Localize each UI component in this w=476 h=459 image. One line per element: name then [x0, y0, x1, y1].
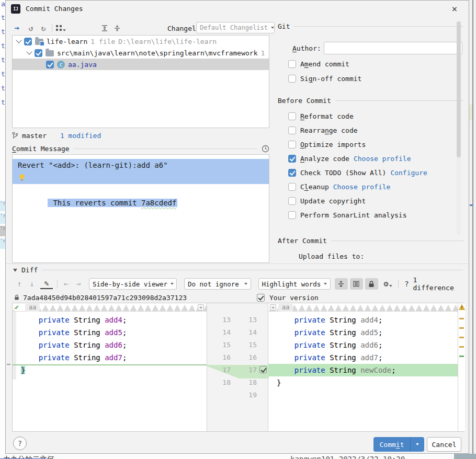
- synchronize-scrolling-icon[interactable]: [350, 278, 363, 290]
- left-editor[interactable]: private String add4; private String add5…: [13, 303, 207, 431]
- close-icon[interactable]: ×: [449, 3, 460, 14]
- before-commit-option[interactable]: Optimize imports: [288, 141, 427, 148]
- diff-settings-gear-icon[interactable]: ⚙: [380, 278, 396, 290]
- before-commit-option[interactable]: Analyze code Choose profile: [288, 155, 427, 163]
- insertion-marker-line: [13, 364, 207, 365]
- author-input[interactable]: [324, 42, 462, 54]
- option-checkbox[interactable]: [288, 211, 296, 219]
- show-diff-icon[interactable]: [12, 22, 25, 34]
- warning-mark[interactable]: [459, 337, 464, 338]
- diff-help-icon[interactable]: ?: [401, 278, 413, 290]
- options-scrollbar[interactable]: [457, 21, 461, 235]
- diff-editors: ✓✓ aa + + aa private String add4; privat…: [12, 303, 464, 432]
- option-checkbox[interactable]: [288, 112, 296, 120]
- modified-link[interactable]: 1 modified: [60, 132, 101, 140]
- error-stripe[interactable]: [458, 303, 465, 431]
- expand-all-icon[interactable]: [98, 22, 111, 34]
- commit-options-arrow[interactable]: [410, 437, 424, 452]
- module-name: life-learn: [47, 38, 87, 45]
- added-mark[interactable]: [459, 355, 464, 357]
- code-line[interactable]: private String newCode;: [268, 364, 458, 376]
- code-line[interactable]: private String add6;: [13, 339, 207, 351]
- option-checkbox[interactable]: [288, 183, 296, 191]
- code-line[interactable]: private String add5;: [268, 326, 458, 339]
- chevron-down-icon[interactable]: [16, 37, 21, 43]
- code-line[interactable]: private String add4;: [13, 314, 207, 326]
- amend-checkbox[interactable]: [288, 60, 296, 68]
- before-commit-option[interactable]: Check TODO (Show All) Configure: [288, 169, 427, 177]
- signoff-commit-option[interactable]: Sign-off commit: [288, 75, 361, 83]
- option-link[interactable]: Choose profile: [354, 155, 411, 163]
- gutter-row: 1515: [207, 339, 268, 351]
- warning-mark[interactable]: [459, 346, 464, 348]
- group-by-icon[interactable]: [54, 22, 67, 34]
- option-checkbox[interactable]: [288, 155, 296, 163]
- before-commit-option[interactable]: Rearrange code: [288, 127, 427, 134]
- tree-row-module[interactable]: life-learn 1 file D:\learn\life\life-lea…: [13, 36, 269, 47]
- code-line[interactable]: private String add7;: [13, 351, 207, 364]
- commit-changes-dialog: IJ Commit Changes × ↺ ↻ Changelist: Defa: [5, 0, 469, 454]
- before-commit-option[interactable]: Update copyright: [288, 197, 427, 205]
- viewer-mode-combo[interactable]: Side-by-side viewer: [89, 278, 177, 290]
- package-checkbox[interactable]: [35, 49, 42, 57]
- signoff-checkbox[interactable]: [288, 75, 296, 83]
- right-editor[interactable]: private String add4; private String add5…: [268, 303, 458, 431]
- rollback-icon[interactable]: ↺: [25, 22, 37, 34]
- history-clock-icon[interactable]: [262, 145, 269, 153]
- option-link[interactable]: Configure: [390, 169, 427, 177]
- before-commit-option[interactable]: Reformat code: [288, 112, 427, 120]
- readonly-lock-icon: [14, 294, 19, 301]
- ignore-policy-combo[interactable]: Do not ignore: [184, 278, 251, 290]
- option-checkbox[interactable]: [288, 169, 296, 177]
- before-commit-option[interactable]: Cleanup Choose profile: [288, 183, 427, 191]
- option-checkbox[interactable]: [288, 141, 296, 148]
- collapse-unchanged-icon[interactable]: [335, 278, 348, 290]
- cancel-button[interactable]: Cancel: [427, 437, 461, 452]
- code-line[interactable]: private String add5;: [13, 326, 207, 339]
- option-link[interactable]: Choose profile: [333, 183, 391, 191]
- next-change-icon[interactable]: →: [72, 278, 85, 290]
- branch-name: master: [22, 132, 47, 140]
- previous-change-icon[interactable]: ←: [60, 278, 72, 290]
- your-version-checkbox[interactable]: [257, 294, 265, 302]
- diff-section-header[interactable]: Diff: [13, 266, 463, 274]
- collapse-all-icon[interactable]: [111, 22, 123, 34]
- commit-split-button[interactable]: Commit: [373, 437, 424, 452]
- before-commit-option[interactable]: Perform SonarLint analysis: [288, 211, 427, 219]
- code-line[interactable]: private String add7;: [268, 351, 458, 364]
- warning-mark[interactable]: [459, 327, 464, 329]
- code-line[interactable]: }: [13, 364, 207, 376]
- diff-label: Diff: [21, 266, 38, 274]
- commit-button[interactable]: Commit: [373, 437, 410, 452]
- chevron-down-icon[interactable]: [26, 49, 32, 54]
- help-button[interactable]: ?: [13, 437, 27, 450]
- refresh-icon[interactable]: ↻: [37, 22, 50, 34]
- tree-row-file[interactable]: c aa.java: [13, 59, 269, 70]
- edit-source-icon[interactable]: ✎: [40, 279, 53, 289]
- option-checkbox[interactable]: [288, 127, 296, 134]
- gutter-row: 1616: [207, 351, 268, 364]
- code-line[interactable]: }: [268, 376, 458, 389]
- commit-message-editor[interactable]: Revert "<add>: (learn-git):add a6" This …: [12, 154, 269, 263]
- option-checkbox[interactable]: [288, 197, 296, 205]
- apply-change-checkbox[interactable]: [259, 366, 267, 373]
- file-checkbox[interactable]: [46, 61, 54, 68]
- gutter-row: 1818: [207, 376, 268, 389]
- gutter-row: 19: [207, 389, 268, 401]
- amend-commit-option[interactable]: Amend commit: [288, 60, 349, 68]
- commit-hash-word: 7a8cdedf: [141, 199, 176, 207]
- module-checkbox[interactable]: [24, 38, 32, 45]
- your-version-row[interactable]: Your version: [257, 292, 319, 303]
- gutter-row: 1717: [207, 364, 268, 376]
- changelist-combo[interactable]: Default Changelist: [196, 22, 275, 33]
- collapse-triangle-icon[interactable]: [13, 269, 17, 272]
- code-line[interactable]: private String add4;: [268, 314, 458, 326]
- tree-row-package[interactable]: src\main\java\learn\note\springlearn\mvc…: [13, 47, 269, 59]
- code-line[interactable]: private String add6;: [268, 339, 458, 351]
- next-difference-icon[interactable]: ↓: [26, 278, 38, 290]
- previous-difference-icon[interactable]: ↑: [13, 278, 26, 290]
- highlight-mode-combo[interactable]: Highlight words: [258, 278, 331, 290]
- intention-bulb-icon[interactable]: [19, 174, 25, 182]
- disable-editing-lock-icon[interactable]: [365, 278, 378, 290]
- warning-mark[interactable]: [459, 318, 464, 319]
